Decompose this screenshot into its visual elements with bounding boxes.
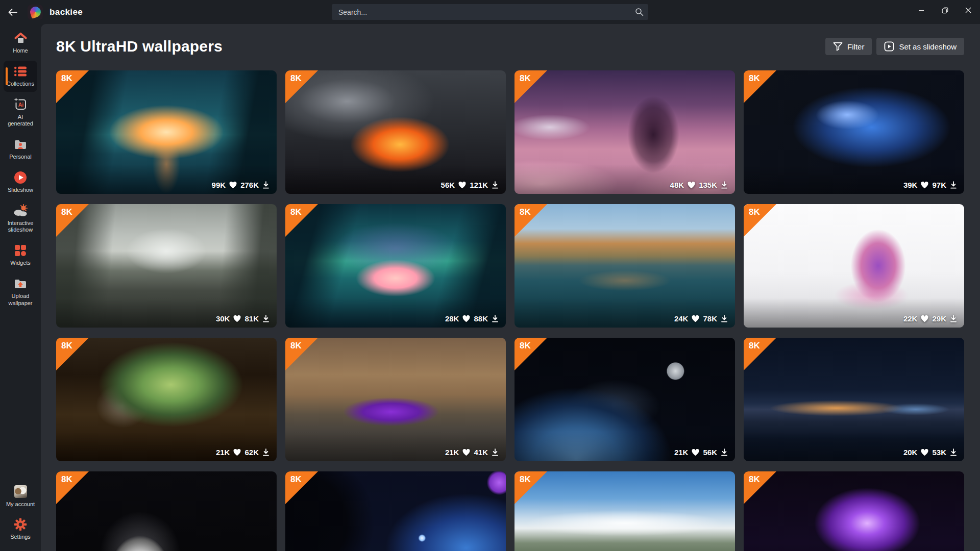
tile-bottom-shade — [744, 164, 964, 194]
tile-stats: 21K62K — [216, 448, 270, 457]
8k-badge-label: 8K — [61, 341, 72, 351]
sidebar-item-slideshow[interactable]: Slideshow — [4, 167, 37, 198]
downloads-count: 97K — [932, 181, 946, 189]
restore-button[interactable] — [933, 0, 957, 20]
sidebar-item-home[interactable]: Home — [4, 28, 37, 59]
wallpaper-tile-japanese-pagoda-fuji[interactable]: 8K48K135K — [514, 70, 735, 194]
tile-stats: 30K81K — [216, 314, 270, 323]
brand-wordmark: backiee — [50, 7, 83, 17]
tile-stats: 20K53K — [903, 448, 957, 457]
ai-generated-icon: Ai — [14, 98, 28, 111]
sidebar-item-upload-wallpaper[interactable]: Upload wallpaper — [4, 273, 37, 311]
wallpaper-tile-space-planets-nebula[interactable]: 8K — [285, 471, 506, 551]
8k-badge: 8K — [285, 471, 318, 504]
close-button[interactable] — [957, 0, 980, 20]
minimize-button[interactable] — [910, 0, 933, 20]
tile-stats: 39K97K — [903, 181, 957, 189]
8k-badge-label: 8K — [290, 341, 302, 351]
sidebar-item-settings[interactable]: Settings — [4, 514, 37, 545]
wallpaper-tile-anime-girl-white[interactable]: 8K22K29K — [744, 204, 964, 328]
search-input[interactable] — [332, 8, 648, 16]
title-bar: backiee — [0, 0, 980, 24]
8k-badge: 8K — [744, 471, 776, 504]
8k-badge-label: 8K — [520, 474, 531, 485]
8k-badge: 8K — [514, 338, 547, 370]
wallpaper-tile-mountain-range-day[interactable]: 8K — [514, 471, 735, 551]
wallpaper-tile-aurora-forest-art[interactable]: 8K28K88K — [285, 204, 506, 328]
page-title: 8K UltraHD wallpapers — [56, 38, 223, 55]
user-avatar — [14, 485, 27, 498]
sidebar-item-widgets[interactable]: Widgets — [4, 240, 37, 271]
tile-bottom-shade — [285, 432, 506, 461]
downloads-count: 56K — [703, 448, 717, 457]
wallpaper-grid: 8K99K276K8K56K121K8K48K135K8K39K97K8K30K… — [56, 70, 965, 551]
sidebar-item-collections[interactable]: Collections — [4, 61, 37, 92]
likes-count: 39K — [903, 181, 918, 189]
8k-badge: 8K — [56, 70, 89, 103]
sidebar-item-my-account[interactable]: My account — [4, 481, 37, 512]
filter-button-label: Filter — [847, 42, 864, 51]
download-icon — [492, 315, 499, 322]
tile-stats: 21K41K — [445, 448, 499, 457]
8k-badge-label: 8K — [290, 474, 302, 485]
backiee-logo-icon — [28, 5, 43, 20]
likes-count: 24K — [674, 314, 689, 323]
sidebar-item-interactive-slideshow[interactable]: Interactive slideshow — [4, 200, 37, 238]
heart-icon — [921, 315, 928, 322]
tile-stats: 99K276K — [212, 181, 270, 189]
download-icon — [950, 448, 957, 456]
8k-badge: 8K — [514, 471, 547, 504]
download-icon — [721, 181, 728, 189]
download-icon — [950, 315, 957, 322]
downloads-count: 276K — [240, 181, 259, 189]
downloads-count: 53K — [932, 448, 946, 457]
tile-stats: 56K121K — [441, 181, 499, 189]
likes-count: 56K — [441, 181, 455, 189]
download-icon — [950, 181, 957, 189]
8k-badge-label: 8K — [749, 207, 760, 217]
tile-bottom-shade — [285, 164, 506, 194]
wallpaper-tile-city-skyline-night[interactable]: 8K20K53K — [744, 338, 964, 461]
likes-count: 22K — [903, 314, 918, 323]
tile-bottom-shade — [285, 298, 506, 328]
tile-bottom-shade — [56, 164, 277, 194]
8k-badge-label: 8K — [749, 474, 760, 485]
wallpaper-tile-foggy-forest-road[interactable]: 8K30K81K — [56, 204, 277, 328]
back-button[interactable] — [5, 5, 20, 20]
download-icon — [492, 181, 499, 189]
set-as-slideshow-button[interactable]: Set as slideshow — [876, 38, 964, 55]
sidebar-item-ai-generated[interactable]: Ai AI generated — [4, 94, 37, 132]
filter-button[interactable]: Filter — [825, 38, 872, 55]
tile-stats: 21K56K — [674, 448, 728, 457]
downloads-count: 62K — [244, 448, 259, 457]
8k-badge: 8K — [514, 204, 547, 237]
set-as-slideshow-label: Set as slideshow — [899, 42, 957, 51]
likes-count: 48K — [670, 181, 684, 189]
wallpaper-tile-moon-close-up[interactable]: 8K — [56, 471, 277, 551]
wallpaper-tile-fantasy-forest-sunset[interactable]: 8K99K276K — [56, 70, 277, 194]
likes-count: 21K — [216, 448, 230, 457]
sidebar: Home Collections Ai AI generated — [0, 24, 41, 551]
wallpaper-tile-purple-lamborghini[interactable]: 8K21K41K — [285, 338, 506, 461]
wallpaper-tile-cave-waterfall-forest[interactable]: 8K21K62K — [56, 338, 277, 461]
sidebar-item-personal[interactable]: Personal — [4, 134, 37, 165]
8k-badge-label: 8K — [749, 341, 760, 351]
upload-wallpaper-icon — [14, 277, 27, 290]
wallpaper-tile-lava-dragon[interactable]: 8K56K121K — [285, 70, 506, 194]
heart-icon — [921, 449, 928, 456]
download-icon — [262, 181, 270, 189]
svg-text:Ai: Ai — [18, 102, 23, 108]
interactive-slideshow-icon — [13, 204, 28, 217]
8k-badge-label: 8K — [61, 73, 72, 84]
search-icon[interactable] — [635, 8, 644, 16]
likes-count: 99K — [212, 181, 226, 189]
personal-folder-icon — [14, 138, 27, 151]
wallpaper-tile-earth-from-space[interactable]: 8K21K56K — [514, 338, 735, 461]
wallpaper-tile-mountain-lake-reflection[interactable]: 8K24K78K — [514, 204, 735, 328]
tile-bottom-shade — [56, 432, 277, 461]
heart-icon — [688, 182, 695, 189]
wallpaper-tile-blue-plexus-abstract[interactable]: 8K39K97K — [744, 70, 964, 194]
window-controls — [910, 0, 980, 20]
wallpaper-tile-purple-nebula-galaxy[interactable]: 8K — [744, 471, 964, 551]
heart-icon — [692, 315, 699, 322]
